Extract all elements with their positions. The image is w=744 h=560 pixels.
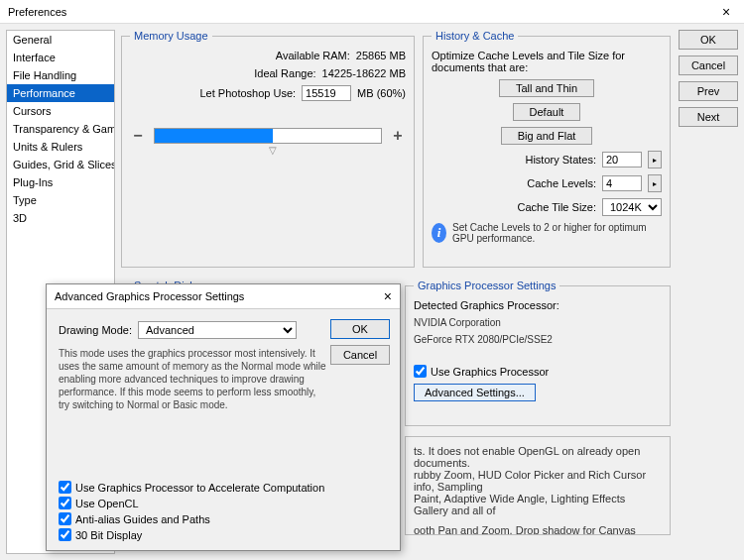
sidebar-item-plugins[interactable]: Plug-Ins — [7, 173, 114, 191]
ideal-range-value: 14225-18622 MB — [322, 67, 406, 79]
antialias-guides-checkbox[interactable]: Anti-alias Guides and Paths — [59, 512, 324, 525]
gpu-vendor: NVIDIA Corporation — [414, 317, 662, 328]
next-button[interactable]: Next — [679, 107, 738, 127]
available-ram-value: 25865 MB — [356, 50, 406, 61]
advanced-gpu-dialog: Advanced Graphics Processor Settings × O… — [46, 283, 401, 551]
gpu-legend: Graphics Processor Settings — [414, 280, 559, 291]
tall-thin-button[interactable]: Tall and Thin — [499, 79, 594, 97]
sidebar-item-transparency[interactable]: Transparency & Gamut — [7, 120, 114, 138]
slider-thumb-icon[interactable]: ▽ — [269, 145, 277, 156]
cache-tile-label: Cache Tile Size: — [518, 201, 596, 213]
window-title: Preferences — [8, 6, 716, 18]
use-gpu-checkbox[interactable]: Use Graphics Processor — [414, 365, 662, 378]
description-box: ts. It does not enable OpenGL on already… — [405, 436, 671, 535]
history-legend: History & Cache — [432, 30, 518, 42]
prev-button[interactable]: Prev — [679, 81, 738, 101]
modal-title: Advanced Graphics Processor Settings — [55, 290, 384, 302]
advanced-settings-button[interactable]: Advanced Settings... — [414, 384, 536, 401]
memory-usage-panel: Memory Usage Available RAM:25865 MB Idea… — [121, 30, 415, 268]
cache-levels-label: Cache Levels: — [527, 177, 596, 189]
cache-levels-input[interactable] — [602, 175, 642, 191]
history-states-input[interactable] — [602, 152, 642, 168]
let-use-input[interactable] — [302, 85, 351, 101]
memory-minus-button[interactable]: − — [130, 127, 146, 145]
modal-cancel-button[interactable]: Cancel — [330, 345, 390, 365]
history-cache-panel: History & Cache Optimize Cache Levels an… — [423, 30, 671, 268]
drawing-mode-label: Drawing Mode: — [59, 324, 132, 336]
close-icon[interactable]: × — [716, 4, 736, 20]
sidebar-item-general[interactable]: General — [7, 31, 114, 49]
30bit-display-checkbox[interactable]: 30 Bit Display — [59, 528, 324, 541]
gpu-model: GeForce RTX 2080/PCIe/SSE2 — [414, 334, 662, 345]
let-use-suffix: MB (60%) — [357, 87, 406, 99]
history-states-label: History States: — [525, 154, 596, 166]
sidebar-item-units[interactable]: Units & Rulers — [7, 138, 114, 156]
detected-gpu-label: Detected Graphics Processor: — [414, 299, 662, 311]
sidebar-item-file-handling[interactable]: File Handling — [7, 66, 114, 84]
cache-levels-stepper[interactable]: ▸ — [648, 174, 662, 192]
default-button[interactable]: Default — [513, 103, 581, 121]
info-icon: i — [432, 223, 446, 243]
cache-tile-select[interactable]: 1024K — [602, 198, 662, 216]
sidebar-item-interface[interactable]: Interface — [7, 49, 114, 66]
use-opencl-checkbox[interactable]: Use OpenCL — [59, 497, 324, 509]
modal-ok-button[interactable]: OK — [330, 319, 390, 339]
sidebar-item-type[interactable]: Type — [7, 191, 114, 209]
ok-button[interactable]: OK — [679, 30, 738, 50]
history-intro: Optimize Cache Levels and Tile Size for … — [432, 50, 662, 73]
modal-close-icon[interactable]: × — [384, 288, 392, 304]
cache-tip: Set Cache Levels to 2 or higher for opti… — [452, 222, 662, 244]
ideal-range-label: Ideal Range: — [187, 67, 316, 79]
mode-description: This mode uses the graphics processor mo… — [59, 347, 326, 411]
gpu-settings-panel: Graphics Processor Settings Detected Gra… — [405, 280, 671, 426]
history-states-stepper[interactable]: ▸ — [648, 151, 662, 168]
sidebar-item-cursors[interactable]: Cursors — [7, 102, 114, 120]
let-use-label: Let Photoshop Use: — [167, 87, 296, 99]
sidebar-item-3d[interactable]: 3D — [7, 209, 114, 227]
cancel-button[interactable]: Cancel — [679, 56, 738, 75]
drawing-mode-select[interactable]: Advanced — [138, 321, 297, 339]
sidebar-item-performance[interactable]: Performance — [7, 84, 114, 102]
accelerate-computation-checkbox[interactable]: Use Graphics Processor to Accelerate Com… — [59, 481, 324, 494]
memory-plus-button[interactable]: + — [390, 127, 406, 145]
memory-legend: Memory Usage — [130, 30, 212, 42]
big-flat-button[interactable]: Big and Flat — [501, 127, 593, 145]
memory-slider[interactable]: ▽ — [154, 128, 382, 144]
available-ram-label: Available RAM: — [221, 50, 350, 61]
sidebar-item-guides[interactable]: Guides, Grid & Slices — [7, 156, 114, 173]
